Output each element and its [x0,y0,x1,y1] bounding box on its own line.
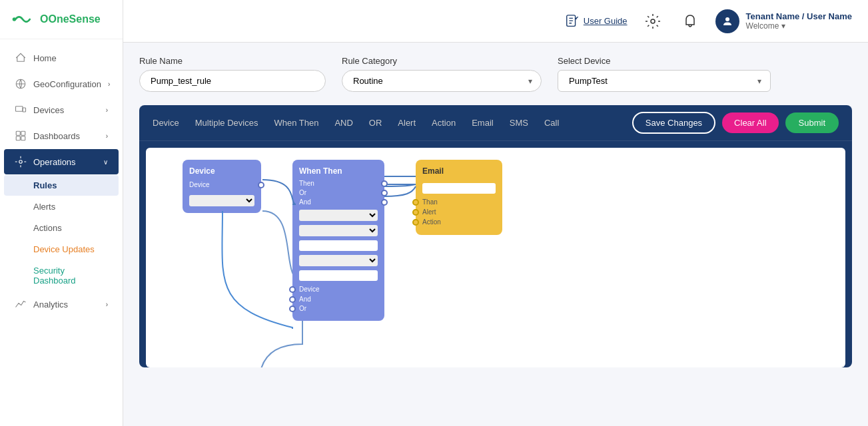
node-email-action-dot [412,219,419,226]
sidebar-subitem-security-dashboard[interactable]: Security Dashboard [4,260,119,291]
sidebar-subitem-alerts[interactable]: Alerts [4,196,119,217]
clear-all-button[interactable]: Clear All [722,112,778,133]
toolbar-or[interactable]: OR [369,114,382,132]
analytics-icon [15,298,27,310]
node-than-label: Than [422,198,438,206]
svg-rect-6 [16,136,20,140]
node-and-bottom-label: And [299,296,311,303]
settings-icon-button[interactable] [641,9,665,33]
select-device-group: Select Device PumpTest Device1 Device2 [558,56,771,92]
notification-icon-button[interactable] [678,9,702,33]
svg-point-0 [13,17,16,21]
chevron-right-icon: › [108,81,110,88]
node-condition-select-3[interactable] [299,255,378,266]
chevron-right-icon: › [106,132,108,140]
canvas-drawing-area: Device Device When Then Then [146,148,845,367]
node-condition-select-2[interactable] [299,225,378,236]
node-or-out-dot [381,190,388,196]
node-device[interactable]: Device Device [183,160,261,213]
toolbar-call[interactable]: Call [544,114,559,132]
svg-point-10 [651,19,655,23]
sidebar-item-label: Dashboards [33,131,80,141]
node-device-bottom-label: Device [299,286,320,293]
node-device-label: Device [189,181,210,188]
sidebar: OOneSense Home GeoConfiguration › Device… [0,0,123,426]
node-alert-label: Alert [422,208,436,216]
chevron-down-icon: ∨ [103,158,108,166]
main-content: User Guide Tenant Name / User Name Welco… [123,0,868,426]
rule-name-input[interactable] [139,70,326,92]
sidebar-subitem-device-updates[interactable]: Device Updates [4,239,119,260]
svg-rect-4 [16,131,20,135]
avatar [715,9,739,33]
node-email-alert-dot [412,209,419,216]
sidebar-item-label: Analytics [33,300,68,310]
sidebar-item-label: Home [33,53,57,63]
sidebar-navigation: Home GeoConfiguration › Devices › Dashbo… [0,39,123,323]
node-email-title: Email [422,166,496,176]
sidebar-item-devices[interactable]: Devices › [4,97,119,122]
chevron-right-icon: › [106,301,108,308]
sidebar-subitem-rules[interactable]: Rules [4,175,119,196]
svg-point-11 [725,17,729,21]
geo-icon [15,78,27,90]
node-or-label: Or [299,189,306,196]
node-email-than-dot [412,199,419,206]
svg-rect-5 [21,131,25,135]
node-device-select[interactable] [189,195,254,206]
canvas-toolbar: Device Multiple Devices When Then AND OR… [139,105,852,141]
toolbar-multiple-devices[interactable]: Multiple Devices [195,114,258,132]
page-content: Rule Name Rule Category Routine Alert Sc… [123,43,868,426]
chevron-down-icon: ▾ [781,21,785,31]
node-email-input[interactable] [422,183,496,194]
toolbar-action[interactable]: Action [432,114,456,132]
canvas-container: Device Multiple Devices When Then AND OR… [139,105,852,367]
sidebar-item-geo[interactable]: GeoConfiguration › [4,71,119,97]
sidebar-item-analytics[interactable]: Analytics › [4,292,119,317]
toolbar-and[interactable]: AND [334,114,352,132]
logo: OOneSense [0,0,123,39]
node-condition-input[interactable] [299,240,378,251]
toolbar-sms[interactable]: SMS [510,114,528,132]
node-condition-select-1[interactable] [299,210,378,221]
sidebar-item-operations[interactable]: Operations ∨ [4,149,119,174]
toolbar-alert[interactable]: Alert [398,114,416,132]
user-guide-link[interactable]: User Guide [565,14,628,29]
tenant-user-name: Tenant Name / User Name [746,11,852,21]
toolbar-email[interactable]: Email [472,114,494,132]
sidebar-item-dashboards[interactable]: Dashboards › [4,123,119,148]
node-email[interactable]: Email Than Alert Action [416,160,502,235]
rule-category-label: Rule Category [342,56,542,66]
sidebar-subitem-actions[interactable]: Actions [4,218,119,238]
node-and-out-dot [381,199,388,206]
sidebar-item-home[interactable]: Home [4,45,119,71]
save-changes-button[interactable]: Save Changes [632,112,715,134]
submit-button[interactable]: Submit [785,112,839,133]
node-device-title: Device [189,166,254,176]
svg-rect-3 [23,108,26,112]
svg-point-8 [19,160,23,164]
node-and-label: And [299,198,311,206]
device-select[interactable]: PumpTest Device1 Device2 [558,70,771,92]
rule-name-label: Rule Name [139,56,326,66]
devices-icon [15,104,27,116]
node-action-label: Action [422,218,441,226]
node-and-in-dot [289,296,296,303]
toolbar-actions: Save Changes Clear All Submit [632,112,839,134]
rule-name-group: Rule Name [139,56,326,92]
form-row: Rule Name Rule Category Routine Alert Sc… [139,56,852,92]
user-text-block: Tenant Name / User Name Welcome ▾ [746,11,852,31]
node-when-then[interactable]: When Then Then Or And [292,160,384,321]
sidebar-item-label: Devices [33,105,64,115]
dashboards-icon [15,130,27,142]
sidebar-item-label: Operations [33,157,76,167]
node-value-input[interactable] [299,270,378,281]
logo-text: OneSense [48,13,100,25]
svg-rect-2 [16,106,23,112]
user-guide-icon [565,14,580,29]
rule-category-select[interactable]: Routine Alert Schedule [342,70,542,92]
toolbar-device[interactable]: Device [153,114,179,132]
toolbar-when-then[interactable]: When Then [274,114,318,132]
header: User Guide Tenant Name / User Name Welco… [123,0,868,43]
chevron-right-icon: › [106,106,108,114]
